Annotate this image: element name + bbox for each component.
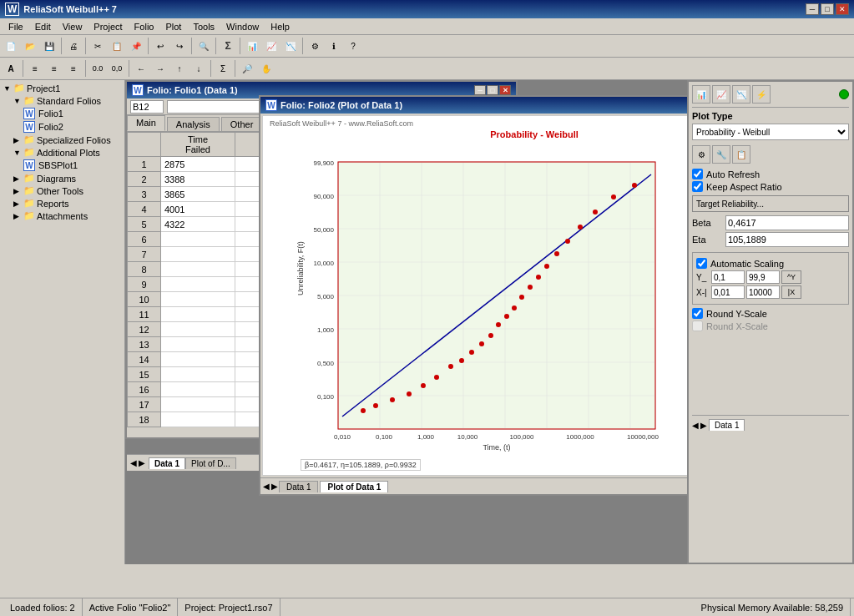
time-input[interactable] xyxy=(164,415,231,425)
folio2-data-tab[interactable]: Data 1 xyxy=(279,481,318,492)
y-scale-btn[interactable]: ^Y xyxy=(781,270,801,284)
tb-cut[interactable]: ✂ xyxy=(88,37,107,55)
time-input[interactable] xyxy=(164,310,231,320)
tb-align2[interactable]: ≡ xyxy=(45,59,63,78)
time-input[interactable] xyxy=(164,385,231,395)
sidebar-item-folio2[interactable]: W Folio2 xyxy=(22,120,123,134)
tb-info[interactable]: ℹ xyxy=(325,37,343,55)
tb-help[interactable]: ? xyxy=(344,37,362,55)
time-cell[interactable] xyxy=(161,292,235,307)
settings-icon-1[interactable]: ⚙ xyxy=(692,145,710,164)
folio1-tab-main[interactable]: Main xyxy=(127,115,165,131)
time-input[interactable] xyxy=(164,159,231,169)
tb-arrow-down[interactable]: ↓ xyxy=(189,59,208,78)
menu-view[interactable]: View xyxy=(58,21,88,33)
time-cell[interactable] xyxy=(161,397,235,412)
settings-data-tab[interactable]: Data 1 xyxy=(709,419,745,431)
time-cell[interactable] xyxy=(161,412,235,427)
auto-refresh-checkbox[interactable] xyxy=(692,169,703,179)
tb-align3[interactable]: ≡ xyxy=(64,59,83,78)
tb-redo[interactable]: ↪ xyxy=(170,37,189,55)
settings-prev[interactable]: ◀ xyxy=(692,421,699,430)
time-cell[interactable] xyxy=(161,367,235,382)
time-cell[interactable] xyxy=(161,322,235,337)
tb-print[interactable]: 🖨 xyxy=(64,37,83,55)
folio1-maximize[interactable]: □ xyxy=(487,85,498,95)
x-max-input[interactable] xyxy=(746,285,780,299)
minimize-button[interactable]: ─ xyxy=(806,3,819,15)
time-cell[interactable] xyxy=(161,262,235,277)
auto-scaling-checkbox[interactable] xyxy=(696,258,707,269)
eta-value[interactable] xyxy=(725,232,849,247)
folio2-prev-tab[interactable]: ◀ xyxy=(263,482,270,491)
time-input[interactable] xyxy=(164,174,231,184)
menu-tools[interactable]: Tools xyxy=(188,21,220,33)
time-input[interactable] xyxy=(164,204,231,215)
time-cell[interactable] xyxy=(161,217,235,232)
tb-chart2[interactable]: 📈 xyxy=(262,37,280,55)
time-cell[interactable] xyxy=(161,247,235,262)
time-input[interactable] xyxy=(164,400,231,410)
time-cell[interactable] xyxy=(161,232,235,247)
time-cell[interactable] xyxy=(161,157,235,172)
settings-icon-3[interactable]: 📋 xyxy=(732,145,750,164)
tb-find[interactable]: 🔍 xyxy=(195,37,213,55)
round-x-checkbox[interactable] xyxy=(692,321,703,331)
icon-reliability[interactable]: 📈 xyxy=(712,85,730,104)
tb-pan[interactable]: ✋ xyxy=(257,59,275,78)
time-cell[interactable] xyxy=(161,202,235,217)
tb-calc[interactable]: Σ xyxy=(219,37,237,55)
icon-probability[interactable]: 📊 xyxy=(692,85,710,104)
settings-icon-2[interactable]: 🔧 xyxy=(712,145,730,164)
tb-undo[interactable]: ↩ xyxy=(151,37,169,55)
maximize-button[interactable]: □ xyxy=(821,3,834,15)
time-input[interactable] xyxy=(164,189,231,199)
settings-next[interactable]: ▶ xyxy=(700,421,707,430)
time-input[interactable] xyxy=(164,370,231,380)
tb-save[interactable]: 💾 xyxy=(40,37,58,55)
y-max-input[interactable] xyxy=(746,270,780,284)
tb-num2[interactable]: 0,0 xyxy=(108,59,126,78)
y-min-input[interactable] xyxy=(711,270,745,284)
sidebar-item-folio1[interactable]: W Folio1 xyxy=(22,107,123,120)
folio1-tab-other[interactable]: Other xyxy=(221,117,263,131)
title-bar-controls[interactable]: ─ □ ✕ xyxy=(806,3,849,15)
time-input[interactable] xyxy=(164,235,231,245)
tb-arrow-up[interactable]: ↑ xyxy=(170,59,189,78)
sidebar-item-standard-folios[interactable]: ▼ 📁 Standard Folios xyxy=(12,94,123,107)
plot-type-select[interactable]: Probability - Weibull xyxy=(692,124,849,140)
time-input[interactable] xyxy=(164,295,231,305)
beta-value[interactable] xyxy=(725,215,849,230)
tb-settings[interactable]: ⚙ xyxy=(306,37,324,55)
folio1-minimize[interactable]: ─ xyxy=(474,85,486,95)
sidebar-item-attachments[interactable]: ▶ 📁 Attachments xyxy=(12,210,123,222)
menu-folio[interactable]: Folio xyxy=(129,21,159,33)
sidebar-item-sbsplot1[interactable]: W SBSPlot1 xyxy=(22,159,123,172)
time-cell[interactable] xyxy=(161,307,235,322)
sidebar-item-additional-plots[interactable]: ▼ 📁 Additional Plots xyxy=(12,146,123,159)
folio1-data-tab[interactable]: Data 1 xyxy=(149,457,185,469)
time-input[interactable] xyxy=(164,280,231,290)
folio1-window-controls[interactable]: ─ □ ✕ xyxy=(474,85,511,95)
time-cell[interactable] xyxy=(161,187,235,202)
x-min-input[interactable] xyxy=(711,285,745,299)
menu-project[interactable]: Project xyxy=(88,21,127,33)
time-input[interactable] xyxy=(164,340,231,350)
sidebar-item-reports[interactable]: ▶ 📁 Reports xyxy=(12,197,123,210)
tb-arrow-right[interactable]: → xyxy=(151,59,169,78)
tb-copy[interactable]: 📋 xyxy=(108,37,126,55)
folio1-next-tab[interactable]: ▶ xyxy=(139,458,145,467)
sidebar-item-other-tools[interactable]: ▶ 📁 Other Tools xyxy=(12,184,123,197)
tb-num1[interactable]: 0.0 xyxy=(88,59,107,78)
tb-zoom[interactable]: 🔎 xyxy=(238,59,256,78)
folio2-next-tab[interactable]: ▶ xyxy=(271,482,278,491)
time-cell[interactable] xyxy=(161,337,235,352)
menu-file[interactable]: File xyxy=(3,21,28,33)
tb-paste[interactable]: 📌 xyxy=(127,37,145,55)
keep-aspect-checkbox[interactable] xyxy=(692,181,703,192)
sidebar-item-specialized-folios[interactable]: ▶ 📁 Specialized Folios xyxy=(12,134,123,146)
menu-window[interactable]: Window xyxy=(221,21,264,33)
tb-open[interactable]: 📂 xyxy=(21,37,39,55)
tb-new[interactable]: 📄 xyxy=(2,37,20,55)
time-cell[interactable] xyxy=(161,382,235,397)
